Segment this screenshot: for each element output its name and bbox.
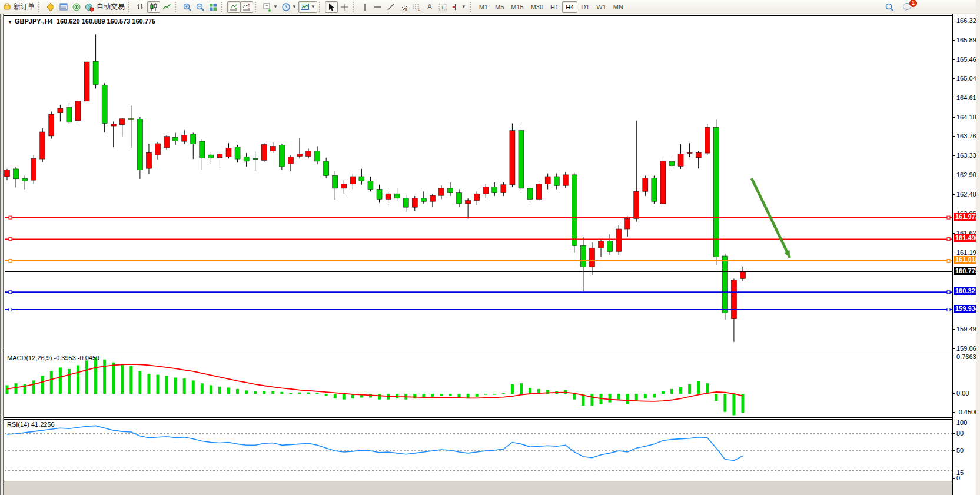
- timeframe-toolbar: M1M5M15M30H1H4D1W1MN: [476, 1, 627, 13]
- macd-chart[interactable]: [4, 353, 952, 417]
- dropdown-caret-icon: ▼: [311, 4, 315, 9]
- profiles-button[interactable]: ▼: [280, 1, 298, 13]
- svg-text:F: F: [418, 8, 420, 12]
- status-strip: [0, 481, 980, 495]
- cursor-button[interactable]: [325, 1, 338, 13]
- bar-chart-icon: [136, 2, 145, 12]
- symbol-period-label: GBPJPY-,H4: [15, 18, 53, 25]
- timeframe-button-m1[interactable]: M1: [476, 1, 491, 13]
- data-window-icon: [59, 2, 68, 12]
- price-tick: [953, 40, 955, 41]
- zoom-out-button[interactable]: [194, 1, 207, 13]
- vertical-line-icon: [360, 2, 370, 12]
- candlestick-chart-button[interactable]: [147, 1, 160, 13]
- tile-windows-button[interactable]: [207, 1, 220, 13]
- autotrading-icon: [85, 2, 94, 12]
- horizontal-line-button[interactable]: [371, 1, 384, 13]
- timeframe-button-d1[interactable]: D1: [577, 1, 593, 13]
- symbol-dropdown-icon[interactable]: ▼: [8, 19, 12, 25]
- notification-badge: 1: [909, 0, 917, 7]
- price-tick: [953, 117, 955, 118]
- timeframe-button-w1[interactable]: W1: [593, 1, 610, 13]
- price-tick: [953, 393, 955, 394]
- price-tick: [953, 155, 955, 156]
- trendline-icon: [386, 2, 396, 12]
- timeframe-button-m5[interactable]: M5: [491, 1, 507, 13]
- zoom-in-button[interactable]: [181, 1, 194, 13]
- bar-chart-button[interactable]: [134, 1, 147, 13]
- line-chart-button[interactable]: [160, 1, 173, 13]
- timeframe-button-m30[interactable]: M30: [527, 1, 547, 13]
- chart-image-icon: [300, 2, 310, 12]
- notifications-button[interactable]: 1: [901, 1, 914, 13]
- svg-text:A: A: [427, 3, 432, 11]
- market-watch-button[interactable]: [44, 1, 57, 13]
- price-tick: [953, 450, 955, 451]
- svg-text:E: E: [405, 8, 407, 11]
- crosshair-button[interactable]: [338, 1, 351, 13]
- arrows-icon: [451, 2, 460, 12]
- text-label-button[interactable]: T: [436, 1, 449, 13]
- right-edge-strip: [976, 0, 980, 495]
- navigator-button[interactable]: [70, 1, 83, 13]
- auto-scroll-icon: [229, 2, 238, 12]
- timeframe-button-mn[interactable]: MN: [610, 1, 627, 13]
- level-line-159.934[interactable]: [5, 308, 952, 311]
- text-label-icon: T: [438, 2, 447, 12]
- macd-panel[interactable]: MACD(12,26,9) -0.3953 -0.0459: [4, 353, 952, 418]
- rsi-axis-label: 0: [956, 474, 960, 481]
- auto-scroll-button[interactable]: [227, 1, 240, 13]
- search-icon: [885, 2, 894, 12]
- chart-shift-button[interactable]: [240, 1, 253, 13]
- main-chart-panel[interactable]: ▼GBPJPY-,H4 160.620 160.889 160.573 160.…: [4, 15, 952, 351]
- price-tick: [953, 233, 955, 234]
- rsi-axis-label: 50: [956, 447, 964, 454]
- cursor-icon: [327, 2, 336, 12]
- timeframe-button-h4[interactable]: H4: [562, 1, 577, 13]
- rsi-line: [7, 426, 743, 460]
- macd-histogram: [6, 357, 745, 415]
- data-window-button[interactable]: [57, 1, 70, 13]
- price-tick: [953, 194, 955, 195]
- vertical-line-button[interactable]: [358, 1, 371, 13]
- text-button[interactable]: A: [423, 1, 436, 13]
- price-tick: [953, 253, 955, 253]
- dropdown-caret-icon: ▼: [461, 4, 466, 9]
- level-line-161.018[interactable]: [5, 259, 952, 262]
- candlestick-icon: [149, 2, 158, 12]
- search-button[interactable]: [883, 1, 896, 13]
- macd-label: MACD(12,26,9) -0.3953 -0.0459: [7, 354, 99, 361]
- price-tick: [953, 98, 955, 98]
- new-chart-button[interactable]: ▼: [261, 1, 280, 13]
- trend-arrow-annotation[interactable]: [752, 178, 790, 258]
- fibonacci-icon: F: [412, 2, 421, 12]
- line-chart-icon: [162, 2, 171, 12]
- candlestick-chart[interactable]: [4, 16, 952, 351]
- toolbar-grip: [38, 2, 42, 12]
- timeframe-button-h1[interactable]: H1: [547, 1, 562, 13]
- autotrading-button[interactable]: 自动交易: [83, 1, 127, 13]
- trendline-button[interactable]: [384, 1, 397, 13]
- rsi-chart[interactable]: [4, 420, 952, 481]
- macd-axis-label: 0.7663: [956, 353, 976, 360]
- zoom-out-icon: [195, 2, 205, 12]
- toolbar-grip: [175, 2, 179, 12]
- new-order-button[interactable]: 新订单: [1, 1, 36, 13]
- equidistant-channel-button[interactable]: E: [397, 1, 410, 13]
- level-line-161.973[interactable]: [5, 216, 952, 219]
- price-tick: [953, 136, 955, 137]
- price-tick: [953, 348, 955, 349]
- toolbar-grip: [353, 2, 357, 12]
- timeframe-button-m15[interactable]: M15: [507, 1, 527, 13]
- fibonacci-button[interactable]: F: [410, 1, 423, 13]
- arrows-button[interactable]: ▼: [449, 1, 468, 13]
- price-tick: [953, 433, 955, 434]
- channel-icon: E: [399, 2, 408, 12]
- toolbar-grip: [128, 2, 132, 12]
- crosshair-icon: [340, 2, 349, 12]
- rsi-panel[interactable]: RSI(14) 41.2256: [4, 419, 952, 481]
- level-line-160.321[interactable]: [5, 291, 952, 294]
- chart-template-button[interactable]: ▼: [298, 1, 317, 13]
- market-watch-icon: [46, 2, 55, 12]
- level-line-161.496[interactable]: [5, 238, 952, 241]
